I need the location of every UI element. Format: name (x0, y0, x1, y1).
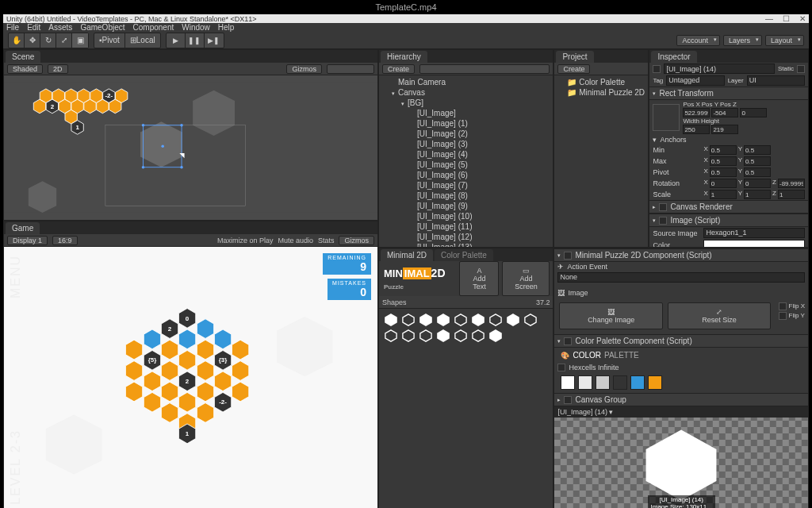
shape-hex[interactable] (523, 314, 538, 326)
mute-toggle[interactable]: Mute audio (278, 237, 313, 244)
color-swatch[interactable] (578, 375, 592, 390)
tag-dropdown[interactable]: Untagged (666, 75, 724, 86)
object-name-field[interactable] (664, 64, 775, 74)
menu-assets[interactable]: Assets (48, 23, 72, 32)
hierarchy-item[interactable]: [UI_Image] (10) (379, 211, 553, 221)
menu-file[interactable]: File (6, 23, 19, 32)
action-event-dropdown[interactable]: None (557, 272, 805, 283)
maximize-button[interactable]: ☐ (783, 14, 790, 23)
2d-toggle[interactable]: 2D (48, 64, 68, 74)
hierarchy-search[interactable] (419, 64, 550, 74)
hierarchy-item[interactable]: [UI_Image] (3) (379, 139, 553, 149)
aspect-dropdown[interactable]: 16:9 (52, 236, 78, 245)
game-tab[interactable]: Game (6, 222, 40, 234)
layer-dropdown[interactable]: UI (747, 75, 805, 86)
minimal-component-header[interactable]: ▾Minimal Puzzle 2D Component (Script) (554, 248, 808, 262)
hierarchy-item[interactable]: [UI_Image] (8) (379, 190, 553, 201)
shape-hex[interactable] (454, 314, 468, 326)
hierarchy-item[interactable]: [UI_Image] (7) (379, 180, 553, 190)
rect-tool[interactable]: ▣ (72, 33, 88, 48)
hierarchy-tab[interactable]: Hierarchy (381, 51, 427, 63)
reset-size-button[interactable]: ⤢Reset Size (668, 302, 771, 329)
shape-hex[interactable] (488, 314, 503, 326)
color-swatch[interactable] (596, 375, 610, 390)
rect-transform-header[interactable]: ▾Rect Transform (649, 87, 808, 100)
shape-scale[interactable]: 37.2 (536, 298, 550, 306)
color-swatch[interactable] (613, 375, 627, 390)
active-checkbox[interactable] (653, 65, 661, 73)
project-create[interactable]: Create (557, 64, 590, 74)
close-button[interactable]: ✕ (799, 14, 806, 23)
shape-hex[interactable] (436, 329, 450, 342)
change-image-button[interactable]: 🖼Change Image (559, 302, 662, 329)
colorpalette-tab[interactable]: Color Palette (435, 249, 493, 261)
shaded-dropdown[interactable]: Shaded (7, 64, 43, 74)
maximize-toggle[interactable]: Maximize on Play (217, 237, 274, 244)
game-gizmos[interactable]: Gizmos (339, 236, 374, 245)
project-folder[interactable]: 📁 Color Palette (554, 77, 648, 87)
local-toggle[interactable]: ⊞ Local (125, 33, 160, 48)
shape-hex[interactable] (454, 329, 468, 342)
scale-tool[interactable]: ⤢ (56, 33, 72, 48)
shape-hex[interactable] (506, 314, 520, 326)
shape-hex[interactable] (436, 314, 450, 326)
gizmos-dropdown[interactable]: Gizmos (286, 64, 322, 74)
color-swatch[interactable] (630, 375, 645, 390)
shape-hex[interactable] (419, 329, 433, 342)
scene-search[interactable] (327, 64, 374, 74)
shape-hex[interactable] (471, 329, 485, 342)
shape-hex[interactable] (384, 314, 398, 326)
color-swatch[interactable] (561, 375, 575, 390)
menu-window[interactable]: Window (182, 23, 210, 32)
canvas-renderer-header[interactable]: ▸Canvas Renderer (649, 200, 808, 214)
layout-dropdown[interactable]: Layout (765, 35, 804, 46)
project-folder[interactable]: 📁 Minimal Puzzle 2D (554, 87, 648, 98)
menu-component[interactable]: Component (133, 23, 174, 32)
hierarchy-item[interactable]: [UI_Image] (9) (379, 201, 553, 211)
menu-gameobject[interactable]: GameObject (80, 23, 124, 32)
image-script-header[interactable]: ▾Image (Script) (649, 214, 808, 227)
hierarchy-item[interactable]: [UI_Image] (13) (379, 242, 553, 247)
minimize-button[interactable]: — (765, 14, 773, 23)
hierarchy-item[interactable]: Main Camera (379, 77, 553, 87)
stats-toggle[interactable]: Stats (318, 237, 335, 244)
hierarchy-item[interactable]: [UI_Image] (379, 108, 553, 118)
hierarchy-item[interactable]: [UI_Image] (2) (379, 129, 553, 139)
rotate-tool[interactable]: ↻ (40, 33, 56, 48)
inspector-tab[interactable]: Inspector (651, 51, 696, 63)
palette-component-header[interactable]: ▾Color Palette Component (Script) (554, 334, 808, 348)
hand-tool[interactable]: ✋ (9, 33, 25, 48)
hierarchy-item[interactable]: [UI_Image] (11) (379, 221, 553, 232)
hierarchy-item[interactable]: ▾[BG] (379, 98, 553, 108)
minimal2d-tab[interactable]: Minimal 2D (381, 249, 433, 261)
scene-viewport[interactable]: -2-21 (4, 75, 377, 220)
shape-hex[interactable] (488, 329, 503, 342)
pause-button[interactable]: ❚❚ (186, 33, 205, 48)
hierarchy-tree[interactable]: Main Camera▾Canvas▾[BG][UI_Image][UI_Ima… (379, 75, 553, 247)
pivot-toggle[interactable]: ▪ Pivot (94, 33, 125, 48)
step-button[interactable]: ▶❚ (205, 33, 224, 48)
layers-dropdown[interactable]: Layers (723, 35, 762, 46)
scene-tab[interactable]: Scene (6, 51, 40, 63)
hierarchy-item[interactable]: [UI_Image] (4) (379, 149, 553, 160)
hierarchy-item[interactable]: ▾Canvas (379, 87, 553, 98)
color-swatch[interactable] (648, 375, 662, 390)
color-field[interactable] (703, 240, 805, 247)
hierarchy-item[interactable]: [UI_Image] (6) (379, 170, 553, 180)
shape-hex[interactable] (384, 329, 398, 342)
hierarchy-item[interactable]: [UI_Image] (5) (379, 160, 553, 170)
account-dropdown[interactable]: Account (676, 35, 720, 46)
window-titlebar[interactable]: Unity (64bit) Untitled - VideoTemplates … (3, 14, 809, 23)
canvas-group-header[interactable]: ▸Canvas Group (554, 393, 808, 406)
display-dropdown[interactable]: Display 1 (7, 236, 48, 245)
shape-hex[interactable] (401, 314, 416, 326)
shape-hex[interactable] (401, 329, 416, 342)
add-text-button[interactable]: AAdd Text (459, 261, 499, 296)
menu-edit[interactable]: Edit (27, 23, 40, 32)
hierarchy-item[interactable]: [UI_Image] (1) (379, 118, 553, 129)
menu-help[interactable]: Help (218, 23, 235, 32)
hierarchy-create[interactable]: Create (382, 64, 415, 74)
project-tab[interactable]: Project (556, 51, 593, 63)
move-tool[interactable]: ✥ (25, 33, 40, 48)
add-screen-button[interactable]: ▭Add Screen (502, 261, 550, 296)
